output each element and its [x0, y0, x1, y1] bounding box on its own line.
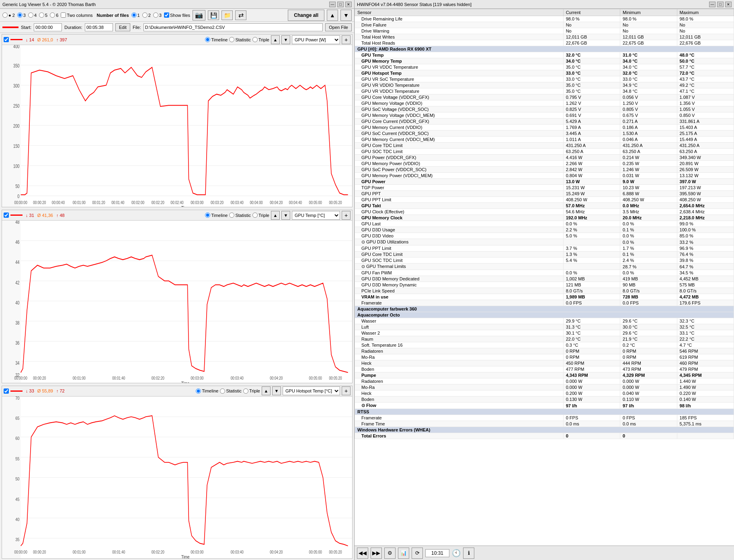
- chart1-selector[interactable]: GPU Power [W]: [292, 35, 340, 44]
- chart1-radio-triple[interactable]: Triple: [252, 37, 269, 42]
- minimize-btn[interactable]: —: [329, 2, 336, 7]
- num-radio-3[interactable]: 3: [153, 12, 162, 18]
- chart3-arrow-up[interactable]: ▲: [262, 386, 271, 395]
- chart1-radio-statistic[interactable]: Statistic: [229, 37, 251, 42]
- chart3-radio-statistic[interactable]: Statistic: [220, 388, 242, 394]
- table-row: GPU Memory Power (VDDIO)2.266 W0.235 W20…: [355, 161, 734, 167]
- save-btn[interactable]: 💾: [208, 10, 219, 20]
- two-columns-checkbox[interactable]: [61, 12, 66, 18]
- right-title: HWiNFO64 v7.04-4480 Sensor Status [119 v…: [357, 2, 472, 7]
- show-files-check[interactable]: Show files: [164, 12, 190, 18]
- chart1-checkbox[interactable]: [4, 37, 9, 42]
- duration-input[interactable]: [85, 23, 113, 31]
- chart3-radio-timeline[interactable]: Timeline: [196, 388, 218, 394]
- chart3-checkbox[interactable]: [4, 388, 9, 394]
- table-row: GPU Memory Current (VDDIO)1.769 A0.186 A…: [355, 125, 734, 131]
- svg-text:00:00:00: 00:00:00: [14, 376, 28, 380]
- sensor-section-header[interactable]: RTSS: [355, 409, 734, 415]
- num-radio-1[interactable]: 1: [131, 12, 140, 18]
- chart1-arrow-up[interactable]: ▲: [271, 35, 280, 44]
- num-radio-1-input[interactable]: [131, 12, 137, 18]
- nav-right-btn[interactable]: ▶▶: [371, 548, 382, 559]
- color-indicator: [2, 27, 18, 28]
- sensor-section-header[interactable]: Windows Hardware Errors (WHEA): [355, 427, 734, 433]
- edit-button[interactable]: Edit: [115, 23, 130, 31]
- radio-item-3[interactable]: 4: [28, 12, 37, 18]
- arrow-up-btn[interactable]: ▲: [327, 10, 338, 21]
- start-input[interactable]: [34, 23, 62, 31]
- svg-text:00:03:00: 00:03:00: [191, 200, 204, 205]
- open-file-button[interactable]: Open File: [325, 23, 352, 31]
- right-maximize-btn[interactable]: □: [717, 2, 724, 7]
- chart3-radio-triple[interactable]: Triple: [243, 388, 260, 394]
- chart1-radio-timeline[interactable]: Timeline: [205, 37, 228, 42]
- table-row: Wasser29.9 °C29.6 °C32.3 °C: [355, 318, 734, 324]
- col-minimum: Minimum: [620, 9, 677, 16]
- chart2-add-btn[interactable]: +: [342, 211, 351, 220]
- info-btn[interactable]: ℹ: [463, 548, 474, 559]
- table-row: GPU Core Current (VDDCR_GFX)5.429 A0.271…: [355, 119, 734, 125]
- table-row: GPU VR SoC Temperature33.0 °C33.0 °C43.7…: [355, 76, 734, 82]
- radio-old-4[interactable]: [39, 12, 44, 18]
- chart3-selector[interactable]: GPU Hotspot Temp [°C]: [283, 386, 340, 395]
- sensor-table-wrap[interactable]: Sensor Current Minimum Maximum Drive Rem…: [355, 9, 734, 546]
- nav-left-btn[interactable]: ◀◀: [357, 548, 368, 559]
- chart2-arrow-up[interactable]: ▲: [271, 211, 280, 220]
- radio-item-4[interactable]: 5: [39, 12, 47, 18]
- chart3-add-btn[interactable]: +: [342, 386, 351, 395]
- refresh2-btn[interactable]: ⟳: [412, 548, 423, 559]
- svg-text:00:05:20: 00:05:20: [329, 200, 342, 205]
- svg-rect-38: [2, 221, 352, 382]
- svg-text:00:04:00: 00:04:00: [250, 200, 263, 205]
- radio-old-1[interactable]: [2, 12, 8, 18]
- close-btn[interactable]: ✕: [345, 2, 352, 7]
- table-row: GPU Memory Voltage (VDDCI_MEM)0.691 V0.6…: [355, 112, 734, 119]
- table-row: Frame Time0.0 ms0.0 ms5,375.1 ms: [355, 421, 734, 427]
- sensor-section-header[interactable]: Aquacomputer farbwerk 360: [355, 306, 734, 312]
- num-radio-2[interactable]: 2: [142, 12, 151, 18]
- chart2-selector[interactable]: GPU Temp [°C]: [292, 211, 340, 220]
- show-files-checkbox[interactable]: [164, 12, 169, 18]
- radio-item-1[interactable]: ● 2: [2, 12, 15, 18]
- refresh-btn[interactable]: ⇄: [235, 10, 246, 20]
- maximize-btn[interactable]: □: [337, 2, 344, 7]
- sensor-section-header[interactable]: Aquacomputer Octo: [355, 312, 734, 318]
- settings-btn[interactable]: ⚙: [384, 548, 396, 559]
- svg-text:00:00:00: 00:00:00: [14, 200, 28, 205]
- two-columns-label: Two columns: [67, 13, 92, 18]
- chart2-radio-triple[interactable]: Triple: [252, 213, 269, 218]
- right-minimize-btn[interactable]: —: [709, 2, 716, 7]
- table-row: Heck0.200 W0.040 W0.220 W: [355, 390, 734, 396]
- chart1-add-btn[interactable]: +: [342, 35, 351, 44]
- chart2-arrow-down[interactable]: ▼: [281, 211, 290, 220]
- folder-btn[interactable]: 📁: [221, 10, 233, 20]
- num-radio-2-input[interactable]: [142, 12, 148, 18]
- chart-btn[interactable]: 📊: [398, 548, 409, 559]
- chart2-checkbox[interactable]: [4, 213, 9, 218]
- chart1-arrow-down[interactable]: ▼: [281, 35, 290, 44]
- file-path-input[interactable]: [144, 23, 323, 31]
- table-row: PCIe Link Speed8.0 GT/s8.0 GT/s8.0 GT/s: [355, 288, 734, 294]
- sensor-table: Sensor Current Minimum Maximum Drive Rem…: [355, 9, 734, 439]
- svg-text:00:03:40: 00:03:40: [231, 376, 244, 380]
- chart3-arrow-down[interactable]: ▼: [272, 386, 281, 395]
- arrow-down-btn[interactable]: ▼: [340, 10, 352, 21]
- right-close-btn[interactable]: ✕: [725, 2, 732, 7]
- show-files-label: Show files: [170, 13, 190, 18]
- chart2-radio-timeline[interactable]: Timeline: [205, 213, 228, 218]
- num-radio-3-input[interactable]: [153, 12, 158, 18]
- screenshot-btn[interactable]: 📷: [193, 10, 205, 20]
- radio-old-5[interactable]: [50, 12, 55, 18]
- two-columns-check[interactable]: Two columns: [61, 12, 92, 18]
- table-row: Boden0.130 W0.110 W0.140 W: [355, 396, 734, 403]
- table-row: GPU Core TDC Limit1.3 %0.1 %76.4 %: [355, 251, 734, 258]
- sensor-section-header[interactable]: GPU [#0]: AMD Radeon RX 6900 XT: [355, 46, 734, 52]
- change-all-button[interactable]: Change all: [288, 10, 324, 21]
- radio-old-3[interactable]: [28, 12, 33, 18]
- radio-item-2[interactable]: 3: [17, 12, 26, 18]
- chart2-radio-statistic[interactable]: Statistic: [229, 213, 251, 218]
- radio-old-2[interactable]: [17, 12, 23, 18]
- table-row: GPU Fan PWM0.0 %0.0 %34.5 %: [355, 270, 734, 276]
- svg-text:48: 48: [15, 221, 19, 225]
- radio-item-5[interactable]: 6: [50, 12, 58, 18]
